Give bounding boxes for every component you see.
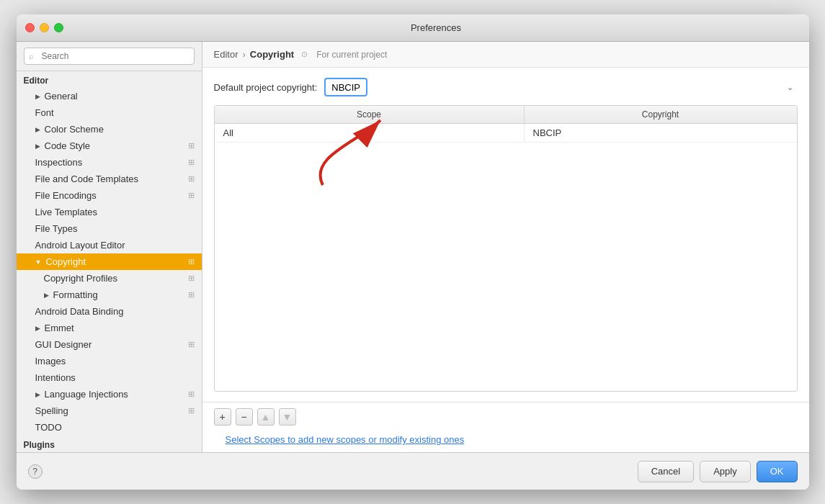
sidebar-item-label: Font [35, 107, 54, 118]
sidebar-item-label: Language Injections [45, 389, 128, 400]
sidebar-item-copyright-profiles[interactable]: Copyright Profiles ⊞ [17, 270, 202, 287]
table-body: All NBCIP [215, 124, 797, 143]
default-copyright-select[interactable]: NBCIP [324, 78, 367, 96]
sidebar-item-label: Android Layout Editor [35, 240, 125, 251]
help-button[interactable]: ? [28, 464, 43, 479]
cancel-button[interactable]: Cancel [638, 461, 694, 482]
arrow-icon: ▶ [44, 292, 49, 299]
sidebar-item-label: Images [35, 356, 66, 366]
breadcrumb-current: Copyright [250, 49, 294, 60]
sidebar-item-label: Copyright Profiles [44, 273, 118, 284]
sidebar-item-label: Live Templates [35, 207, 97, 217]
badge-icon: ⊞ [188, 390, 195, 399]
badge-icon: ⊞ [188, 158, 195, 167]
table-cell-copyright: NBCIP [525, 124, 797, 142]
sidebar-item-live-templates[interactable]: Live Templates [17, 204, 202, 220]
sidebar-item-spelling[interactable]: Spelling ⊞ [17, 402, 202, 419]
minimize-button[interactable] [40, 23, 49, 32]
table-cell-scope: All [215, 124, 525, 142]
close-button[interactable] [25, 23, 35, 32]
sidebar-item-android-layout-editor[interactable]: Android Layout Editor [17, 237, 202, 253]
traffic-lights [25, 23, 63, 32]
sidebar-section-plugins: Plugins [17, 436, 202, 452]
arrow-icon: ▶ [35, 143, 40, 150]
sidebar-item-file-types[interactable]: File Types [17, 220, 202, 237]
sidebar-item-emmet[interactable]: ▶ Emmet [17, 320, 202, 336]
remove-button[interactable]: − [236, 408, 253, 426]
add-button[interactable]: + [214, 408, 231, 426]
sidebar-item-label: GUI Designer [35, 339, 92, 350]
sidebar-item-label: Formatting [53, 289, 98, 300]
preferences-window: Preferences ⌕ Editor ▶ General Font ▶ [17, 14, 809, 490]
arrow-icon: ▼ [35, 258, 42, 266]
sidebar-item-font[interactable]: Font [17, 104, 202, 121]
sidebar-item-label: General [45, 91, 78, 102]
sidebar-item-gui-designer[interactable]: GUI Designer ⊞ [17, 336, 202, 353]
sidebar-section-editor: Editor [17, 71, 202, 88]
arrow-icon: ▶ [35, 325, 40, 332]
panel-footer: + − ▲ ▼ [202, 402, 809, 431]
badge-icon: ⊞ [188, 340, 195, 349]
search-box: ⌕ [17, 42, 202, 71]
ok-button[interactable]: OK [757, 461, 798, 482]
sidebar-item-label: TODO [35, 422, 62, 433]
breadcrumb-separator: › [242, 49, 245, 60]
table-header: Scope Copyright [215, 106, 797, 124]
badge-icon: ⊞ [188, 290, 195, 300]
sidebar-item-label: Inspections [35, 157, 83, 168]
doc-icon: ⊙ [301, 50, 308, 59]
col-header-copyright: Copyright [525, 106, 797, 123]
sidebar-item-label: File and Code Templates [35, 174, 139, 184]
sidebar-item-file-code-templates[interactable]: File and Code Templates ⊞ [17, 171, 202, 187]
sidebar-item-label: Spelling [35, 405, 68, 416]
scope-link-row: Select Scopes to add new scopes or modif… [202, 431, 809, 452]
badge-icon: ⊞ [188, 406, 195, 415]
sidebar-item-code-style[interactable]: ▶ Code Style ⊞ [17, 138, 202, 154]
sidebar-item-android-data-binding[interactable]: Android Data Binding [17, 303, 202, 320]
apply-button[interactable]: Apply [700, 461, 751, 482]
badge-icon: ⊞ [188, 257, 195, 266]
sidebar-item-language-injections[interactable]: ▶ Language Injections ⊞ [17, 386, 202, 402]
sidebar-item-intentions[interactable]: Intentions [17, 369, 202, 386]
sidebar: ⌕ Editor ▶ General Font ▶ Color Scheme ▶… [17, 42, 202, 452]
sidebar-item-label: Color Scheme [45, 124, 104, 135]
move-down-button[interactable]: ▼ [279, 408, 296, 426]
arrow-icon: ▶ [35, 93, 40, 100]
sidebar-item-label: Emmet [45, 323, 74, 333]
sidebar-item-label: Code Style [45, 140, 91, 151]
default-copyright-label: Default project copyright: [214, 82, 318, 93]
sidebar-item-label: File Types [35, 223, 78, 234]
sidebar-item-label: File Encodings [35, 190, 97, 201]
search-icon: ⌕ [29, 52, 34, 60]
right-panel: Editor › Copyright ⊙ For current project… [202, 42, 809, 452]
copyright-table: Scope Copyright All NBCIP [214, 105, 798, 392]
select-wrapper: NBCIP ⌄ [324, 78, 797, 96]
sidebar-item-copyright[interactable]: ▼ Copyright ⊞ [17, 253, 202, 270]
titlebar: Preferences [17, 14, 809, 42]
chevron-down-icon: ⌄ [787, 83, 793, 92]
search-input[interactable] [24, 48, 195, 65]
sidebar-item-formatting[interactable]: ▶ Formatting ⊞ [17, 287, 202, 303]
arrow-icon: ▶ [35, 391, 40, 398]
window-footer: ? Cancel Apply OK [17, 452, 809, 490]
arrow-icon: ▶ [35, 126, 40, 133]
sidebar-item-inspections[interactable]: Inspections ⊞ [17, 154, 202, 171]
sidebar-item-general[interactable]: ▶ General [17, 88, 202, 104]
sidebar-item-color-scheme[interactable]: ▶ Color Scheme [17, 121, 202, 138]
col-header-scope: Scope [215, 106, 525, 123]
badge-icon: ⊞ [188, 274, 195, 283]
default-copyright-row: Default project copyright: NBCIP ⌄ [214, 78, 798, 96]
sidebar-item-todo[interactable]: TODO [17, 419, 202, 436]
badge-icon: ⊞ [188, 191, 195, 200]
badge-icon: ⊞ [188, 174, 195, 184]
sidebar-item-label: Copyright [45, 256, 86, 267]
project-note: For current project [316, 50, 387, 60]
scope-link[interactable]: Select Scopes to add new scopes or modif… [214, 428, 476, 451]
panel-header: Editor › Copyright ⊙ For current project [202, 42, 809, 68]
sidebar-item-label: Android Data Binding [35, 306, 124, 317]
sidebar-item-file-encodings[interactable]: File Encodings ⊞ [17, 187, 202, 204]
move-up-button[interactable]: ▲ [257, 408, 275, 426]
fullscreen-button[interactable] [54, 23, 63, 32]
sidebar-item-images[interactable]: Images [17, 353, 202, 369]
table-row[interactable]: All NBCIP [215, 124, 797, 143]
